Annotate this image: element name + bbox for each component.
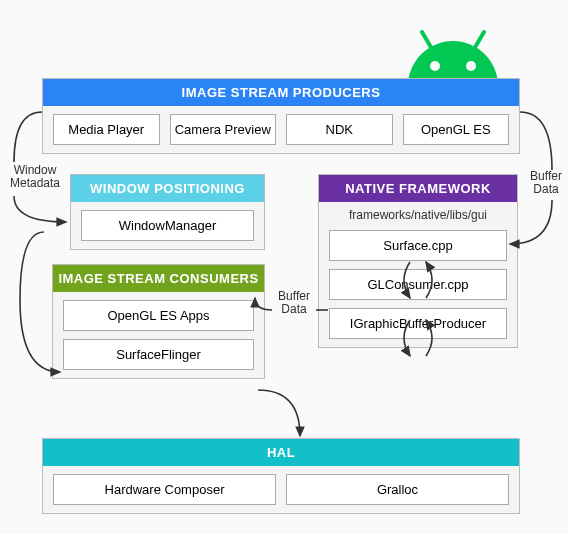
label-window-metadata: Window Metadata bbox=[6, 164, 64, 190]
svg-line-0 bbox=[422, 32, 432, 49]
hal-header: HAL bbox=[43, 439, 519, 466]
native-surface-cpp: Surface.cpp bbox=[329, 230, 507, 261]
consumer-opengl-apps: OpenGL ES Apps bbox=[63, 300, 254, 331]
diagram-canvas: IMAGE STREAM PRODUCERS Media Player Came… bbox=[0, 0, 568, 534]
label-buffer-data-mid: Buffer Data bbox=[272, 290, 316, 316]
hal-gralloc: Gralloc bbox=[286, 474, 509, 505]
native-igraphicbufferproducer: IGraphicBufferProducer bbox=[329, 308, 507, 339]
consumers-header: IMAGE STREAM CONSUMERS bbox=[53, 265, 264, 292]
window-positioning-group: WINDOW POSITIONING WindowManager bbox=[70, 174, 265, 250]
producer-camera-preview: Camera Preview bbox=[170, 114, 277, 145]
producer-opengl-es: OpenGL ES bbox=[403, 114, 510, 145]
window-manager-cell: WindowManager bbox=[81, 210, 254, 241]
producer-ndk: NDK bbox=[286, 114, 393, 145]
native-framework-group: NATIVE FRAMEWORK frameworks/native/libs/… bbox=[318, 174, 518, 348]
android-robot-icon bbox=[398, 16, 508, 86]
consumer-surfaceflinger: SurfaceFlinger bbox=[63, 339, 254, 370]
native-framework-subtitle: frameworks/native/libs/gui bbox=[319, 202, 517, 222]
svg-point-3 bbox=[466, 61, 476, 71]
svg-line-1 bbox=[474, 32, 484, 49]
hal-group: HAL Hardware Composer Gralloc bbox=[42, 438, 520, 514]
svg-point-2 bbox=[430, 61, 440, 71]
label-buffer-data-right: Buffer Data bbox=[524, 170, 568, 196]
hal-hardware-composer: Hardware Composer bbox=[53, 474, 276, 505]
producers-group: IMAGE STREAM PRODUCERS Media Player Came… bbox=[42, 78, 520, 154]
producer-media-player: Media Player bbox=[53, 114, 160, 145]
native-glconsumer-cpp: GLConsumer.cpp bbox=[329, 269, 507, 300]
window-positioning-header: WINDOW POSITIONING bbox=[71, 175, 264, 202]
consumers-group: IMAGE STREAM CONSUMERS OpenGL ES Apps Su… bbox=[52, 264, 265, 379]
native-framework-header: NATIVE FRAMEWORK bbox=[319, 175, 517, 202]
producers-header: IMAGE STREAM PRODUCERS bbox=[43, 79, 519, 106]
